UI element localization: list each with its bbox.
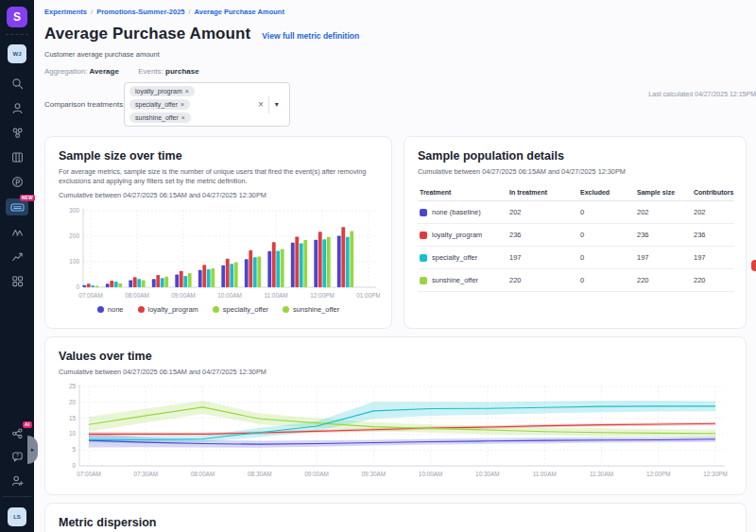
breadcrumb-experiment-name[interactable]: Promotions-Summer-2025 (96, 8, 184, 16)
help-chat-icon[interactable]: ? (9, 449, 26, 465)
svg-text:10:00AM: 10:00AM (419, 471, 443, 477)
sample-size-legend: none loyalty_program specialty_offer sun… (59, 305, 378, 314)
values-title: Values over time (59, 350, 732, 363)
col-in-treatment: In treatment (507, 184, 578, 201)
svg-text:5: 5 (72, 446, 76, 453)
legend-item: none (97, 305, 124, 314)
treatment-name: specialty_offer (432, 253, 477, 262)
svg-text:10:30AM: 10:30AM (475, 471, 500, 477)
view-metric-definition-link[interactable]: View full metric definition (262, 31, 359, 41)
svg-text:300: 300 (69, 207, 79, 214)
treatment-name: none (baseline) (432, 208, 481, 216)
users-icon[interactable] (9, 100, 26, 116)
metric-description: Customer average purchase amount (44, 50, 747, 59)
svg-text:08:30AM: 08:30AM (248, 471, 272, 477)
svg-text:09:00AM: 09:00AM (171, 292, 196, 299)
svg-text:08:00AM: 08:00AM (191, 471, 215, 477)
experiments-icon[interactable]: NEW (6, 198, 28, 215)
search-icon[interactable] (9, 76, 26, 92)
svg-text:09:30AM: 09:30AM (362, 471, 387, 477)
workspace-avatar[interactable]: WJ (8, 44, 26, 63)
chevron-down-icon[interactable]: ▾ (275, 100, 279, 109)
svg-text:0: 0 (76, 283, 79, 290)
treatment-swatch (420, 277, 427, 284)
select-divider (268, 96, 269, 113)
comparison-treatments-label: Comparison treatments (44, 100, 124, 109)
svg-text:25: 25 (69, 383, 77, 389)
svg-text:?: ? (15, 453, 18, 458)
chip-label: loyalty_program (135, 88, 182, 94)
legend-label: specialty_offer (223, 305, 268, 314)
breadcrumb-experiments[interactable]: Experiments (44, 8, 87, 16)
metrics-icon[interactable] (9, 249, 26, 265)
chip-sunshine-offer[interactable]: sunshine_offer × (129, 112, 191, 123)
chip-remove-icon[interactable]: × (185, 88, 189, 94)
treatment-swatch (420, 232, 427, 239)
aggregation-label: Aggregation: (44, 67, 87, 76)
population-title: Sample population details (418, 149, 732, 163)
svg-text:10: 10 (69, 430, 77, 437)
user-avatar[interactable]: LS (8, 507, 26, 526)
treatment-swatch (420, 209, 427, 216)
legend-dot (283, 306, 289, 313)
last-calculated: Last calculated 04/27/2025 12:15PM (648, 91, 756, 97)
events-label: Events: (138, 67, 163, 76)
svg-text:10:00AM: 10:00AM (217, 292, 242, 299)
svg-text:01:00PM: 01:00PM (356, 292, 380, 299)
svg-text:08:00AM: 08:00AM (125, 292, 149, 299)
pulse-icon[interactable] (9, 174, 26, 190)
table-row: sunshine_offer 220 0 220 220 (418, 269, 734, 292)
col-excluded: Excluded (578, 184, 635, 201)
svg-text:11:30AM: 11:30AM (590, 471, 613, 477)
treatment-name: loyalty_program (432, 231, 482, 239)
chip-remove-icon[interactable]: × (181, 114, 185, 121)
dashboards-icon[interactable] (9, 273, 26, 289)
sample-size-card: Sample size over time For average metric… (44, 136, 392, 329)
chip-remove-icon[interactable]: × (180, 101, 184, 108)
svg-text:12:00PM: 12:00PM (310, 292, 335, 299)
edge-notification-tab[interactable] (751, 260, 756, 271)
col-treatment: Treatment (418, 184, 507, 201)
legend-item: sunshine_offer (283, 305, 339, 314)
metric-dispersion-card: Metric dispersion Cumulative between 04/… (44, 503, 747, 532)
autotune-icon[interactable] (9, 224, 26, 240)
ai-badge: AI (23, 421, 31, 428)
ai-assistant-icon[interactable]: AI (9, 425, 26, 441)
table-row: none (baseline) 202 0 202 202 (418, 201, 734, 224)
population-table: Treatment In treatment Excluded Sample s… (418, 184, 734, 292)
statsig-logo[interactable]: S (7, 7, 27, 27)
sidebar-bottom-divider (3, 496, 31, 497)
svg-text:200: 200 (69, 232, 79, 239)
svg-text:20: 20 (69, 399, 77, 405)
dynamic-config-icon[interactable] (9, 149, 26, 165)
values-over-time-chart: 051015202507:00AM07:30AM08:00AM08:30AM09… (59, 382, 732, 484)
col-sample-size: Sample size (635, 184, 692, 201)
breadcrumb-separator: / (188, 8, 190, 16)
legend-label: none (108, 305, 124, 314)
svg-text:07:30AM: 07:30AM (133, 471, 158, 477)
chip-specialty-offer[interactable]: specialty_offer × (129, 99, 190, 110)
comparison-treatments-select[interactable]: loyalty_program × specialty_offer × suns… (124, 82, 290, 127)
chip-loyalty-program[interactable]: loyalty_program × (129, 86, 195, 96)
col-contributors: Contributors (692, 184, 734, 201)
dispersion-title: Metric dispersion (59, 516, 732, 529)
legend-dot (138, 306, 145, 313)
new-badge: NEW (20, 195, 35, 201)
chip-label: sunshine_offer (135, 114, 179, 121)
population-range: Cumulative between 04/27/2025 06:15AM an… (418, 167, 732, 176)
sample-size-title: Sample size over time (59, 149, 378, 163)
breadcrumb-metric-name[interactable]: Average Purchase Amount (195, 8, 284, 16)
sample-size-range: Cumulative between 04/27/2025 06:15AM an… (59, 191, 378, 199)
svg-text:12:00PM: 12:00PM (646, 471, 671, 477)
svg-text:15: 15 (69, 415, 77, 421)
invite-user-icon[interactable] (9, 472, 26, 489)
feature-gates-icon[interactable] (9, 125, 26, 141)
sample-size-description: For average metrics, sample size is the … (59, 167, 378, 186)
sidebar-divider (6, 34, 28, 35)
clear-selection-icon[interactable]: × (258, 99, 264, 110)
svg-text:11:00AM: 11:00AM (264, 292, 287, 299)
legend-dot (97, 306, 104, 313)
legend-label: sunshine_offer (293, 305, 339, 314)
treatment-chips: loyalty_program × specialty_offer × suns… (129, 86, 252, 123)
values-range: Cumulative between 04/27/2025 06:15AM an… (59, 368, 732, 376)
